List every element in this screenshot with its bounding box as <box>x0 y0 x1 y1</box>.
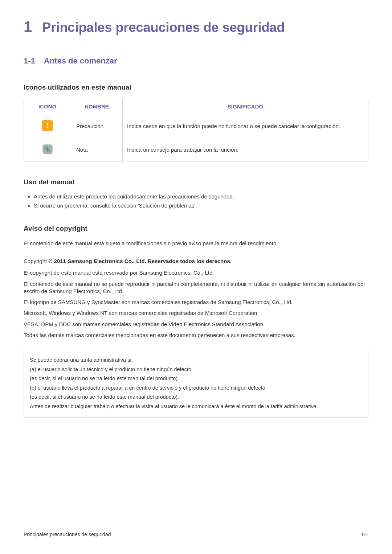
info-box-line: (es decir, si el usuario no se ha leído … <box>30 394 362 401</box>
copyright-para: El copyright de este manual está reserva… <box>24 269 368 276</box>
copyright-para: El logotipo de SAMSUNG y SyncMaster son … <box>24 299 368 306</box>
uso-bullet-list: Antes de utilizar este producto lea cuid… <box>24 193 368 209</box>
footer-right: 1-1 <box>361 532 368 537</box>
chapter-heading: 1 Principales precauciones de seguridad <box>24 18 368 38</box>
list-item: Antes de utilizar este producto lea cuid… <box>34 193 368 200</box>
info-box-line: (b) el usuario lleva el producto a repar… <box>30 385 362 392</box>
list-item: Si ocurre un problema, consulte la secci… <box>34 202 368 209</box>
caution-icon <box>42 120 53 131</box>
copyright-para: El contenido de este manual no se puede … <box>24 280 368 295</box>
note-icon <box>42 144 53 154</box>
icons-table: ICONO NOMBRE SIGNIFICADO Precaución Indi… <box>24 99 368 161</box>
info-box-line: Se puede cobrar una tarifa administrativ… <box>30 357 362 364</box>
copyright-bold: © 2011 Samsung Electronics Co., Ltd. Res… <box>48 258 232 264</box>
admin-fee-info-box: Se puede cobrar una tarifa administrativ… <box>24 350 368 418</box>
section-heading: 1-1 Antes de comenzar <box>24 56 368 68</box>
table-row: Precaución Indica casos en que la funció… <box>24 114 368 138</box>
footer-left: Principales precauciones de seguridad <box>24 532 111 537</box>
chapter-title: Principales precauciones de seguridad <box>42 20 285 35</box>
col-header-icon: ICONO <box>24 99 71 114</box>
info-box-line: Antes de realizar cualquier trabajo o ef… <box>30 403 362 410</box>
chapter-number: 1 <box>24 18 32 36</box>
copyright-para: Todas las demás marcas comerciales menci… <box>24 332 368 339</box>
copyright-prefix: Copyright <box>24 258 48 264</box>
row-name: Precaución <box>71 114 123 138</box>
copyright-subheading: Aviso del copyright <box>24 225 368 233</box>
row-name: Nota <box>71 138 123 161</box>
copyright-line: Copyright © 2011 Samsung Electronics Co.… <box>24 258 368 264</box>
copyright-intro: El contenido de este manual está sujeto … <box>24 240 368 247</box>
table-row: Nota Indica un consejo para trabajar con… <box>24 138 368 161</box>
copyright-para: VESA, DPM y DDC son marcas comerciales r… <box>24 321 368 328</box>
copyright-para: Microsoft, Windows y Windows NT son marc… <box>24 309 368 317</box>
section-number: 1-1 <box>24 56 35 66</box>
info-box-line: (a) el usuario solicita un técnico y el … <box>30 366 362 373</box>
col-header-name: NOMBRE <box>71 99 123 114</box>
uso-subheading: Uso del manual <box>24 178 368 186</box>
icons-subheading: Iconos utilizados en este manual <box>24 83 368 91</box>
page-footer: Principales precauciones de seguridad 1-… <box>24 527 368 537</box>
info-box-line: (es decir, si el usuario no se ha leído … <box>30 375 362 382</box>
row-meaning: Indica un consejo para trabajar con la f… <box>123 138 368 161</box>
col-header-meaning: SIGNIFICADO <box>123 99 368 114</box>
row-meaning: Indica casos en que la función puede no … <box>123 114 368 138</box>
section-title: Antes de comenzar <box>44 56 117 66</box>
